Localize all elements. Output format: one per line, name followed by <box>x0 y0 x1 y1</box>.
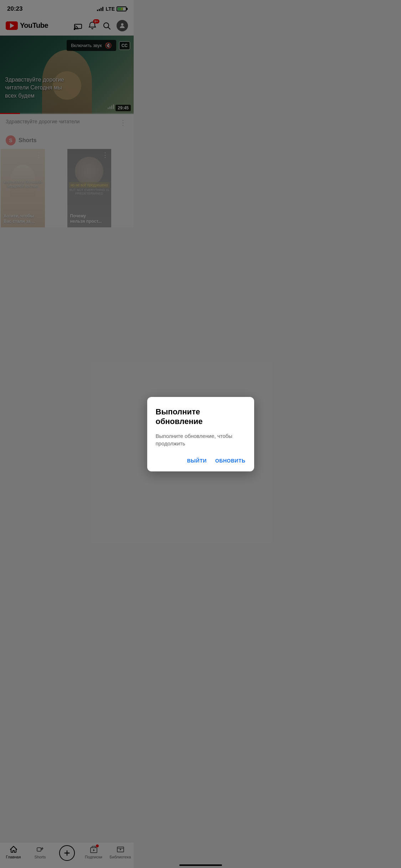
dim-overlay: Выполните обновление Выполните обновлени… <box>0 0 134 289</box>
